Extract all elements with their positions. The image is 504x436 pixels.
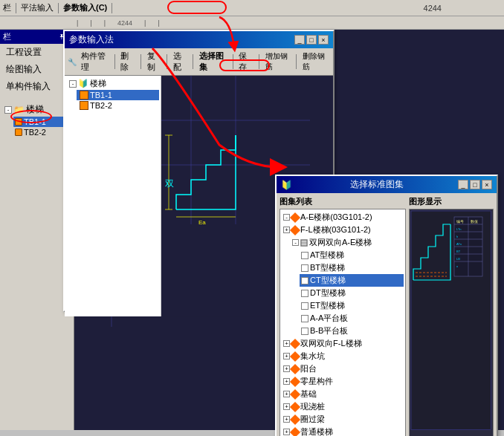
toolbar-label-1: 栏 [3, 2, 11, 13]
std-tree-label-16: 圈过梁 [300, 414, 325, 425]
std-dialog-title-icon: 🔰 [281, 180, 292, 190]
dialog-title-param: 参数输入法 _ □ × [65, 31, 333, 48]
std-tree-label-4: BT型楼梯 [310, 262, 345, 273]
std-dialog-btns: _ □ × [458, 180, 492, 189]
p-icon-tb1 [80, 91, 88, 100]
doc-icon-4 [301, 264, 308, 272]
diamond-icon-15 [290, 401, 300, 411]
btn-save[interactable]: 保存 [236, 50, 255, 74]
param-tree-root-label: 楼梯 [90, 78, 106, 89]
std-tree-label-10: 双网双向F-L楼梯 [300, 338, 362, 349]
std-tree-item-16[interactable]: + 圈过梁 [282, 413, 404, 426]
btn-select-atlas[interactable]: 选择图集 [196, 50, 230, 74]
std-tree-item-0[interactable]: - A-E楼梯(03G101-2) [282, 211, 404, 224]
std-tree-label-9: B-B平台板 [310, 325, 348, 336]
std-tree-item-12[interactable]: + 阳台 [282, 362, 404, 375]
std-tree[interactable]: - A-E楼梯(03G101-2) + F-L楼梯(03G101-2) - [280, 209, 406, 436]
diamond-icon-12 [290, 363, 300, 374]
std-tree-item-9[interactable]: B-B平台板 [300, 325, 404, 337]
std-right-panel: 图形显示 [409, 196, 494, 436]
std-tree-label-6: DT型楼梯 [310, 287, 346, 299]
btn-select[interactable]: 选配 [170, 50, 190, 74]
sep4 [193, 54, 193, 69]
btn-delete[interactable]: 删除 [117, 50, 137, 74]
sep7 [296, 54, 297, 69]
toolbar-btn-pingfa[interactable]: 平法输入 [21, 2, 54, 13]
std-tree-item-17[interactable]: + 普通楼梯 [282, 426, 404, 436]
svg-text:LTn: LTn [456, 227, 462, 231]
diamond-icon-1 [290, 224, 300, 235]
doc-icon-6 [301, 290, 308, 297]
std-preview-svg: 编号 数值 LTn h ATn BT LB n [410, 209, 493, 436]
btn-copy[interactable]: 复制 [144, 50, 164, 74]
doc-icon-8 [301, 315, 308, 322]
param-tree-label-tb1-1: TB1-1 [90, 91, 112, 100]
std-tree-item-5[interactable]: CT型楼梯 [300, 274, 404, 287]
sep6 [259, 54, 259, 69]
std-right-title: 图形显示 [409, 196, 494, 207]
std-tree-item-1[interactable]: + F-L楼梯(03G101-2) [282, 224, 404, 236]
param-tree-root: - 🔰 楼梯 [66, 77, 159, 90]
param-left-tree: - 🔰 楼梯 TB1-1 TB2-2 [65, 76, 161, 316]
std-tree-item-6[interactable]: DT型楼梯 [300, 287, 404, 299]
std-tree-label-12: 阳台 [300, 363, 317, 374]
std-tree-item-11[interactable]: + 集水坑 [282, 350, 404, 362]
doc-icon-7 [301, 302, 308, 310]
tree-expand-louti[interactable]: - [4, 106, 12, 114]
param-tree-item-tb2-2[interactable]: TB2-2 [77, 100, 159, 111]
std-tree-label-8: A-A平台板 [310, 313, 348, 324]
svg-text:h: h [456, 235, 458, 238]
toolbar-btn-canshu[interactable]: 参数输入(C) [63, 2, 107, 13]
std-max-btn[interactable]: □ [470, 180, 480, 189]
std-tree-item-13[interactable]: + 零星构件 [282, 375, 404, 388]
std-tree-label-13: 零星构件 [300, 376, 333, 387]
maximize-btn[interactable]: □ [306, 35, 317, 45]
param-tree-item-tb1-1[interactable]: TB1-1 [77, 90, 159, 100]
std-tree-item-2[interactable]: - 双网双向A-E楼梯 [291, 236, 404, 249]
std-tree-item-7[interactable]: ET型楼梯 [300, 299, 404, 312]
std-tree-label-1: F-L楼梯(03G101-2) [300, 224, 371, 235]
tree-label-tb1-1: TB1-1 [24, 117, 46, 126]
svg-text:BT: BT [456, 250, 461, 253]
svg-text:ATn: ATn [456, 242, 462, 246]
std-tree-item-8[interactable]: A-A平台板 [300, 312, 404, 325]
std-tree-item-10[interactable]: + 双网双向F-L楼梯 [282, 337, 404, 350]
std-left-panel: 图集列表 - A-E楼梯(03G101-2) + F-L楼梯(03G101-2) [280, 196, 406, 436]
btn-del-rebar[interactable]: 删除钢筋 [300, 51, 330, 73]
btn-add-rebar[interactable]: 增加钢筋 [262, 51, 293, 73]
std-close-btn[interactable]: × [482, 180, 492, 189]
std-min-btn[interactable]: _ [458, 180, 468, 189]
svg-text:数值: 数值 [471, 219, 478, 224]
param-tree-indent: TB1-1 TB2-2 [77, 90, 159, 111]
std-tree-item-4[interactable]: BT型楼梯 [300, 261, 404, 274]
param-tree-expand[interactable]: - [69, 80, 77, 88]
main-layout: 栏 🖈 × 工程设置 绘图输入 单构件输入 - 📁 楼梯 TB1-1 [0, 30, 504, 430]
std-tree-label-0: A-E楼梯(03G101-2) [300, 212, 372, 223]
minimize-btn[interactable]: _ [294, 35, 305, 45]
folder-icon-2 [300, 239, 308, 247]
p-icon-tb2 [80, 101, 88, 110]
std-preview: 编号 数值 LTn h ATn BT LB n [409, 209, 494, 436]
std-tree-label-5: CT型楼梯 [310, 275, 346, 286]
std-tree-item-14[interactable]: + 基础 [282, 388, 404, 400]
std-tree-item-3[interactable]: AT型楼梯 [300, 249, 404, 261]
diamond-icon-10 [290, 338, 300, 348]
sep3 [167, 54, 167, 69]
doc-icon-9 [301, 328, 308, 335]
sep2 [140, 54, 141, 69]
close-btn[interactable]: × [318, 35, 329, 45]
std-tree-label-15: 现浇桩 [300, 401, 325, 412]
std-dialog-title-text: 选择标准图集 [350, 178, 404, 191]
std-tree-item-15[interactable]: + 现浇桩 [282, 400, 404, 413]
tree-icon-tb1-1 [15, 118, 22, 126]
btn-goujianguanli[interactable]: 构件管理 [78, 50, 112, 74]
doc-icon-3 [301, 252, 308, 259]
std-tree-label-2: 双网双向A-E楼梯 [309, 237, 372, 248]
top-toolbar: 栏 平法输入 参数输入(C) 4244 [0, 0, 504, 16]
expand-icon-2[interactable]: - [292, 239, 299, 246]
tree-icon-tb2-2 [15, 128, 22, 136]
std-tree-label-17: 普通楼梯 [300, 426, 333, 436]
toolbar-separator-2 [58, 3, 59, 13]
std-tree-label-3: AT型楼梯 [310, 250, 344, 261]
toolbar-separator-3 [112, 3, 112, 13]
